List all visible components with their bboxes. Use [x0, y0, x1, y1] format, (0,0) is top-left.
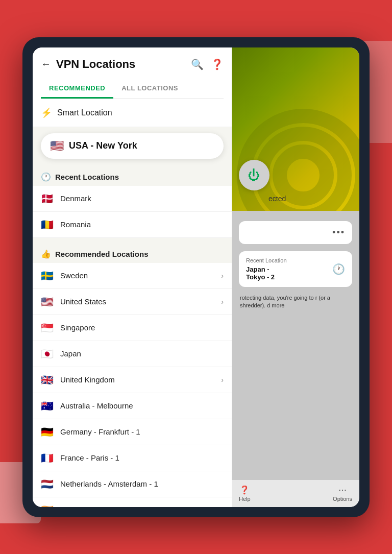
location-name-sweden: Sweden	[60, 271, 215, 280]
location-item-india-mumbai[interactable]: 🇮🇳 India - Mumbai - 1	[33, 497, 232, 507]
flag-japan: 🇯🇵	[41, 348, 54, 360]
location-item-australia-melbourne[interactable]: 🇦🇺 Australia - Melbourne	[33, 393, 232, 419]
recent-location-card[interactable]: Recent Location Japan - Tokyo - 2 🕐	[239, 251, 352, 287]
selected-flag: 🇺🇸	[50, 139, 64, 153]
location-item-denmark[interactable]: 🇩🇰 Denmark	[33, 186, 232, 212]
location-name-singapore: Singapore	[60, 323, 224, 332]
location-name-united-kingdom: United Kingdom	[60, 375, 215, 384]
recent-card-location: Japan - Tokyo - 2	[246, 266, 287, 281]
smart-location-icon: ⚡	[41, 107, 52, 118]
panel-content[interactable]: ⚡ Smart Location 🇺🇸 USA - New York 🕐 Rec…	[33, 99, 232, 507]
location-name-france-paris: France - Paris - 1	[60, 453, 224, 462]
location-item-singapore[interactable]: 🇸🇬 Singapore	[33, 315, 232, 341]
recent-card-info: Recent Location Japan - Tokyo - 2	[246, 257, 287, 281]
options-nav-icon: ⋯	[333, 485, 352, 495]
location-item-germany-frankfurt[interactable]: 🇩🇪 Germany - Frankfurt - 1	[33, 419, 232, 445]
tablet-frame: ← VPN Locations 🔍 ❓ RECOMMENDED ALL LOCA…	[22, 37, 370, 517]
flag-france: 🇫🇷	[41, 452, 54, 464]
search-icon[interactable]: 🔍	[191, 58, 204, 70]
vpn-content: ••• Recent Location Japan - Tokyo - 2 🕐 …	[232, 211, 359, 480]
nav-options[interactable]: ⋯ Options	[333, 485, 352, 502]
power-button-area: ⏻	[239, 160, 270, 190]
chevron-united-kingdom: ›	[221, 376, 224, 384]
clock-section-icon: 🕐	[41, 172, 51, 182]
bottom-promo-text: rotecting data, you're going to r (or a …	[239, 294, 352, 310]
thumbs-up-section-icon: 👍	[41, 249, 51, 259]
header-left: ← VPN Locations	[41, 58, 135, 71]
flag-sweden: 🇸🇪	[41, 270, 54, 282]
vpn-locations-panel: ← VPN Locations 🔍 ❓ RECOMMENDED ALL LOCA…	[33, 47, 232, 507]
more-options-dots[interactable]: •••	[332, 227, 345, 238]
tabs: RECOMMENDED ALL LOCATIONS	[41, 79, 224, 99]
smart-location-item[interactable]: ⚡ Smart Location	[33, 99, 232, 127]
selected-location-item[interactable]: 🇺🇸 USA - New York	[41, 133, 224, 159]
recent-location-clock-icon: 🕐	[332, 263, 345, 275]
help-nav-icon: ❓	[239, 485, 251, 495]
selected-location-label: USA - New York	[69, 140, 137, 151]
recent-locations-header: 🕐 Recent Locations	[33, 165, 232, 186]
location-name-india-mumbai: India - Mumbai - 1	[60, 505, 224, 507]
help-nav-label: Help	[239, 496, 251, 502]
nav-help[interactable]: ❓ Help	[239, 485, 251, 502]
flag-australia: 🇦🇺	[41, 400, 54, 412]
section-gap-1	[33, 238, 232, 242]
options-nav-label: Options	[333, 496, 352, 502]
header-row: ← VPN Locations 🔍 ❓	[41, 58, 224, 71]
recent-card-title: Recent Location	[246, 257, 287, 263]
flag-singapore: 🇸🇬	[41, 322, 54, 334]
location-name-japan: Japan	[60, 349, 224, 358]
location-name-denmark: Denmark	[60, 194, 224, 203]
connected-label: ected	[268, 195, 286, 203]
smart-location-label: Smart Location	[57, 108, 112, 117]
flag-netherlands: 🇳🇱	[41, 478, 54, 490]
chevron-sweden: ›	[221, 272, 224, 280]
bottom-nav: ❓ Help ⋯ Options	[232, 480, 359, 507]
location-item-france-paris[interactable]: 🇫🇷 France - Paris - 1	[33, 445, 232, 471]
location-item-japan[interactable]: 🇯🇵 Japan	[33, 341, 232, 367]
location-name-netherlands-amsterdam: Netherlands - Amsterdam - 1	[60, 479, 224, 488]
vpn-main-panel: ⏻ ected ••• Recent Location Japan -	[232, 47, 359, 507]
panel-title: VPN Locations	[56, 58, 135, 71]
recommended-locations-header: 👍 Recommended Locations	[33, 242, 232, 263]
location-name-united-states: United States	[60, 297, 215, 306]
flag-united-kingdom: 🇬🇧	[41, 374, 54, 386]
help-icon[interactable]: ❓	[211, 58, 224, 70]
location-item-united-kingdom[interactable]: 🇬🇧 United Kingdom ›	[33, 367, 232, 393]
back-button[interactable]: ←	[41, 58, 51, 70]
recommended-locations-title: Recommended Locations	[55, 250, 149, 258]
power-icon: ⏻	[248, 168, 260, 182]
flag-india: 🇮🇳	[41, 504, 54, 507]
flag-germany: 🇩🇪	[41, 426, 54, 438]
power-button[interactable]: ⏻	[239, 160, 270, 190]
flag-romania: 🇷🇴	[41, 219, 54, 231]
location-item-united-states[interactable]: 🇺🇸 United States ›	[33, 289, 232, 315]
location-item-romania[interactable]: 🇷🇴 Romania	[33, 212, 232, 238]
location-item-netherlands-amsterdam[interactable]: 🇳🇱 Netherlands - Amsterdam - 1	[33, 471, 232, 497]
panel-header: ← VPN Locations 🔍 ❓ RECOMMENDED ALL LOCA…	[33, 47, 232, 99]
flag-denmark: 🇩🇰	[41, 192, 54, 205]
tab-all-locations[interactable]: ALL LOCATIONS	[113, 79, 186, 99]
flag-united-states: 🇺🇸	[41, 296, 54, 308]
header-icons: 🔍 ❓	[191, 58, 224, 70]
location-name-australia-melbourne: Australia - Melbourne	[60, 401, 224, 410]
options-bar: •••	[239, 221, 352, 244]
location-name-germany-frankfurt: Germany - Frankfurt - 1	[60, 427, 224, 436]
tab-recommended[interactable]: RECOMMENDED	[41, 79, 113, 99]
screen: ← VPN Locations 🔍 ❓ RECOMMENDED ALL LOCA…	[33, 47, 359, 507]
recent-locations-title: Recent Locations	[55, 173, 119, 181]
chevron-united-states: ›	[221, 298, 224, 306]
location-item-sweden[interactable]: 🇸🇪 Sweden ›	[33, 263, 232, 289]
location-name-romania: Romania	[60, 220, 224, 229]
